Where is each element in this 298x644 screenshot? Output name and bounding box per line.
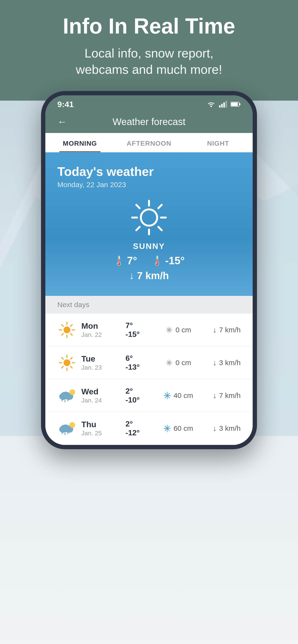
day-wind-2: ↓ 7 km/h: [202, 391, 241, 400]
today-date: Monday, 22 Jan 2023: [57, 181, 241, 189]
status-bar: 9:41: [45, 95, 253, 112]
day-temps-3: 2° -12°: [125, 420, 154, 437]
phone-frame: 9:41: [41, 91, 257, 449]
tab-night[interactable]: NIGHT: [184, 133, 253, 152]
tab-afternoon[interactable]: AFTERNOON: [114, 133, 184, 152]
app-header: ← Weather forecast: [45, 112, 253, 133]
day-name: Mon: [81, 321, 121, 330]
wind-down-icon: ↓: [213, 391, 217, 400]
svg-rect-12: [231, 102, 238, 106]
day-temps-1: 6° -13°: [125, 354, 154, 372]
tab-morning[interactable]: MORNING: [45, 133, 114, 152]
day-temp-high: 2°: [125, 420, 133, 428]
wind-speed: 7 km/h: [219, 326, 241, 334]
snowflake-blue-icon: [163, 392, 171, 400]
battery-icon: [231, 102, 241, 107]
svg-line-19: [158, 205, 162, 208]
snowflake-blue-icon: [163, 424, 171, 432]
cloud-rain-icon: [57, 387, 77, 404]
day-snow-1: 0 cm: [159, 359, 198, 367]
weather-hero: Today's weather Monday, 22 Jan 2023: [45, 152, 253, 296]
day-icon-0: [57, 320, 77, 340]
svg-rect-6: [219, 105, 221, 108]
wind-down-icon: ↓: [213, 358, 217, 367]
thermo-low-icon: 🌡️: [152, 256, 163, 266]
subtitle: Local info, snow report,webcams and much…: [19, 45, 279, 78]
day-temp-high: 6°: [125, 354, 133, 363]
thermo-high-icon: 🌡️: [113, 256, 124, 266]
day-wind-1: ↓ 3 km/h: [202, 358, 241, 367]
svg-rect-8: [223, 102, 225, 108]
svg-point-5: [210, 106, 212, 107]
temp-low-value: -15°: [165, 255, 185, 267]
wind-speed: 3 km/h: [219, 424, 241, 432]
temp-row: 🌡️ 7° 🌡️ -15°: [57, 255, 241, 267]
temp-low-item: 🌡️ -15°: [152, 255, 185, 267]
wind-speed: 3 km/h: [219, 359, 241, 367]
next-days-header: Next days: [45, 296, 253, 314]
wind-row: ↓ 7 km/h: [57, 270, 241, 282]
svg-line-26: [62, 325, 63, 326]
signal-icon: [219, 101, 227, 108]
day-date: Jan. 25: [81, 430, 121, 437]
day-temps-0: 7° -15°: [125, 321, 154, 339]
svg-point-71: [167, 428, 168, 429]
snow-value: 40 cm: [174, 392, 193, 400]
header-section: Info In Real Time Local info, snow repor…: [0, 14, 298, 78]
day-icon-1: [57, 353, 77, 372]
svg-rect-7: [221, 104, 223, 108]
svg-line-18: [158, 227, 162, 230]
day-row: Mon Jan. 22 7° -15° 0 cm ↓ 7 km/h: [45, 314, 253, 346]
main-title: Info In Real Time: [19, 14, 279, 38]
phone-wrapper: 9:41: [41, 91, 257, 449]
day-name: Thu: [81, 420, 121, 429]
snow-value: 60 cm: [174, 424, 193, 432]
day-info-3: Thu Jan. 25: [81, 420, 121, 437]
svg-line-40: [71, 366, 72, 368]
app-title: Weather forecast: [112, 116, 186, 127]
day-temp-high: 2°: [125, 387, 133, 396]
status-icons: [207, 101, 241, 108]
wind-speed: 7 km/h: [219, 392, 241, 400]
day-row: Wed Jan. 24 2° -10° 40 cm ↓ 7 km/h: [45, 379, 253, 412]
svg-rect-9: [226, 101, 227, 108]
sun-hero-icon: [130, 198, 168, 237]
svg-line-28: [71, 325, 72, 326]
day-info-2: Wed Jan. 24: [81, 387, 121, 404]
svg-line-39: [62, 358, 63, 359]
svg-line-42: [62, 366, 63, 368]
today-label: Today's weather: [57, 164, 241, 179]
svg-rect-65: [67, 432, 68, 434]
day-temp-low: -13°: [125, 363, 140, 372]
day-snow-2: 40 cm: [159, 392, 198, 400]
tabs-bar: MORNING AFTERNOON NIGHT: [45, 133, 253, 152]
day-name: Tue: [81, 354, 121, 364]
cloud-rain-icon: [57, 420, 77, 437]
back-button[interactable]: ←: [57, 116, 67, 127]
forecast-list: Mon Jan. 22 7° -15° 0 cm ↓ 7 km/h: [45, 314, 253, 445]
svg-rect-64: [65, 433, 66, 435]
day-temp-high: 7°: [125, 321, 133, 330]
wifi-icon: [207, 101, 216, 108]
day-date: Jan. 23: [81, 364, 121, 371]
wind-down-icon: ↓: [213, 326, 217, 334]
svg-rect-51: [62, 399, 63, 401]
svg-point-66: [69, 422, 75, 428]
sun-day-icon: [58, 321, 76, 338]
day-row: Tue Jan. 23 6° -13° 0 cm ↓ 3 km/h: [45, 346, 253, 379]
day-icon-2: [57, 386, 77, 405]
day-temp-low: -15°: [125, 330, 140, 339]
svg-rect-53: [67, 399, 68, 401]
temp-high-value: 7°: [127, 255, 137, 267]
next-days-label: Next days: [57, 301, 89, 308]
svg-line-29: [62, 334, 63, 335]
status-time: 9:41: [57, 100, 74, 109]
day-row: Thu Jan. 25 2° -12° 60 cm ↓ 3 km/h: [45, 412, 253, 445]
day-icon-3: [57, 419, 77, 438]
wind-down-icon: ↓: [213, 424, 217, 433]
svg-point-43: [64, 360, 70, 366]
svg-rect-11: [239, 103, 240, 105]
svg-line-41: [71, 358, 72, 359]
day-name: Wed: [81, 387, 121, 396]
svg-point-54: [69, 389, 75, 395]
